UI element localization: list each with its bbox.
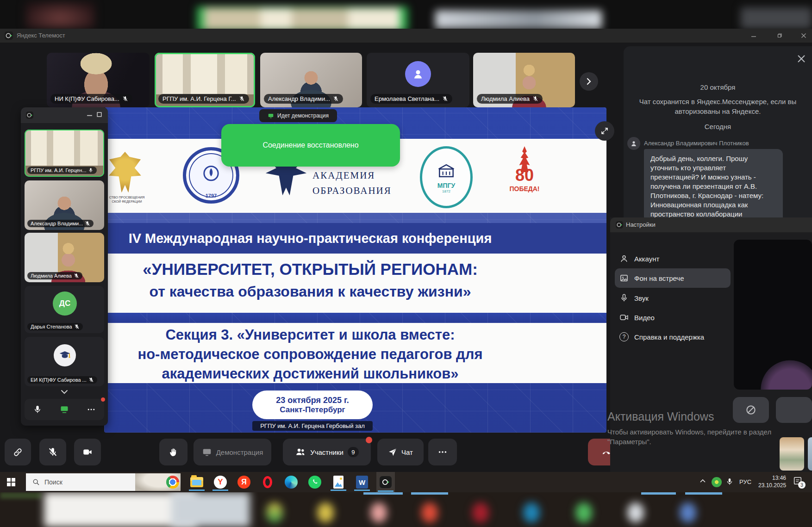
copy-link-button[interactable] xyxy=(5,439,31,465)
mic-toggle-button[interactable] xyxy=(39,439,66,465)
settings-item-account[interactable]: Аккаунт xyxy=(619,252,735,265)
pip-tile[interactable]: ДС Дарья Степанова xyxy=(25,286,104,333)
blurred-block xyxy=(0,492,42,499)
tray-chevron-up[interactable] xyxy=(699,477,706,486)
taskbar-whatsapp-icon[interactable] xyxy=(306,473,324,491)
tray-notification-icon[interactable]: 3 xyxy=(793,476,803,488)
taskbar-search[interactable]: Поиск xyxy=(26,473,181,491)
chat-date-header: 20 октября xyxy=(624,83,812,91)
chat-button[interactable]: Чат xyxy=(377,439,424,465)
taskbar-edge-icon[interactable] xyxy=(282,473,300,491)
pip-scroll-down-button[interactable] xyxy=(57,388,72,396)
raise-hand-button[interactable] xyxy=(159,439,187,465)
participant-label: РГПУ им. А.И. Герцена Г... xyxy=(158,94,249,104)
victory-label: ПОБЕДА! xyxy=(501,185,548,192)
background-window-strip xyxy=(0,0,812,29)
taskbar-telemost-icon[interactable] xyxy=(376,472,395,492)
participant-tile[interactable]: Александр Владими... xyxy=(260,53,362,107)
slide-section-line2: но-методическое сопровождение педагогов … xyxy=(104,346,516,363)
blurred-thumbnail xyxy=(25,2,95,29)
taskbar-explorer-icon[interactable] xyxy=(187,473,206,491)
pip-tile[interactable]: ЕИ К(П)ФУ Сабирова ... xyxy=(25,337,104,386)
blurred-underline xyxy=(411,492,448,495)
tray-mic-icon[interactable] xyxy=(725,477,734,488)
taskbar-yandex-browser-icon[interactable]: Y xyxy=(211,473,230,491)
tray-clock[interactable]: 13:46 23.10.2025 xyxy=(758,474,786,489)
ministry-caption: СТВО ПРОСВЕЩЕНИЯСКОЙ ФЕДЕРАЦИИ xyxy=(104,195,152,204)
next-tiles-button[interactable] xyxy=(580,72,598,91)
pip-minimize-button[interactable] xyxy=(87,111,93,119)
taskbar-yandex-icon[interactable]: Я xyxy=(235,473,253,491)
settings-item-help[interactable]: ? Справка и поддержка xyxy=(619,330,735,343)
link-icon xyxy=(13,447,23,457)
sound-mic-icon xyxy=(619,293,629,303)
video-camera-icon xyxy=(619,313,629,322)
camera-preview xyxy=(734,240,812,390)
mic-button[interactable] xyxy=(33,405,42,414)
camera-icon xyxy=(82,447,93,457)
slide-date-pill: 23 октября 2025 г. Санкт-Петербург xyxy=(252,391,373,419)
pip-tile-active-speaker[interactable]: РГПУ им. А.И. Герцен... xyxy=(25,130,104,177)
more-options-button[interactable] xyxy=(428,439,457,465)
taskbar-photos-icon[interactable] xyxy=(329,473,348,491)
participant-tile[interactable]: Людмила Алиева xyxy=(473,53,575,107)
background-thumbnail[interactable] xyxy=(780,437,804,471)
tray-language[interactable]: РУС xyxy=(739,478,751,485)
slide-conference-band: IV Международная научно-практическая кон… xyxy=(104,223,606,254)
taskbar-word-icon[interactable]: W xyxy=(353,473,371,491)
blurred-underline xyxy=(363,492,403,495)
participant-tile[interactable]: Ермолаева Светлана... xyxy=(367,53,469,107)
minimize-button[interactable] xyxy=(744,29,763,43)
mic-off-icon xyxy=(48,447,58,457)
chat-close-button[interactable] xyxy=(797,55,807,65)
paper-plane-icon xyxy=(388,447,397,457)
taskbar-opera-icon[interactable] xyxy=(258,473,277,491)
settings-item-background[interactable]: Фон на встрече xyxy=(615,268,731,288)
chat-message-bubble: Добрый день, коллеги. Прошу уточнить кто… xyxy=(644,149,783,224)
expand-share-button[interactable] xyxy=(595,121,614,141)
mic-off-icon xyxy=(532,96,538,102)
search-icon xyxy=(32,478,40,486)
telemost-logo-icon xyxy=(5,31,13,40)
close-button[interactable] xyxy=(794,29,812,43)
monitor-icon xyxy=(268,112,274,119)
screen: Яндекс Телемост НИ К(П)ФУ Сабирова... РГ… xyxy=(0,0,812,527)
demo-button[interactable]: Демонстрация xyxy=(194,439,271,465)
restore-button[interactable] xyxy=(770,29,788,43)
taskbar-chrome-icon[interactable] xyxy=(163,473,182,491)
more-button[interactable] xyxy=(87,405,96,414)
participant-tile[interactable]: НИ К(П)ФУ Сабирова... xyxy=(47,53,150,107)
pip-window: РГПУ им. А.И. Герцен... Александр Владим… xyxy=(21,107,108,426)
participants-button[interactable]: Участники 9 xyxy=(283,439,371,465)
close-icon xyxy=(797,55,806,63)
settings-item-video[interactable]: Видео xyxy=(619,311,735,324)
mic-off-icon xyxy=(122,96,128,102)
pip-tile[interactable]: Александр Владими... xyxy=(25,180,104,230)
sharing-indicator[interactable]: Идет демонстрация xyxy=(259,109,337,122)
settings-item-sound[interactable]: Звук xyxy=(619,291,735,304)
mic-off-icon xyxy=(239,96,245,102)
start-button[interactable] xyxy=(2,473,20,491)
mic-off-icon xyxy=(333,96,339,102)
chevron-down-icon xyxy=(61,390,68,394)
slide-strip xyxy=(104,213,606,223)
share-screen-button[interactable] xyxy=(59,405,69,414)
pip-tile[interactable]: Людмила Алиева xyxy=(25,233,104,282)
background-thumbnail[interactable] xyxy=(808,437,812,471)
pip-titlebar[interactable] xyxy=(21,107,108,123)
participant-tile-active-speaker[interactable]: РГПУ им. А.И. Герцена Г... xyxy=(155,53,255,107)
pip-maximize-button[interactable] xyxy=(96,111,102,119)
initials-avatar: ДС xyxy=(53,291,77,316)
tray-antivirus-icon[interactable] xyxy=(712,477,722,487)
mic-off-icon xyxy=(85,221,90,226)
camera-toggle-button[interactable] xyxy=(74,439,101,465)
settings-titlebar[interactable]: Настройки xyxy=(610,217,812,232)
pip-participant-label: Александр Владими... xyxy=(27,220,94,227)
blurred-underline xyxy=(685,492,722,495)
herzen-year: 1797 xyxy=(186,193,236,198)
window-title: Яндекс Телемост xyxy=(17,29,65,43)
mpgu-year: 1872 xyxy=(442,189,450,193)
participant-label: Ермолаева Светлана... xyxy=(370,94,452,104)
mpgu-label: МПГУ xyxy=(437,182,455,189)
blur-background-option[interactable] xyxy=(776,397,812,423)
